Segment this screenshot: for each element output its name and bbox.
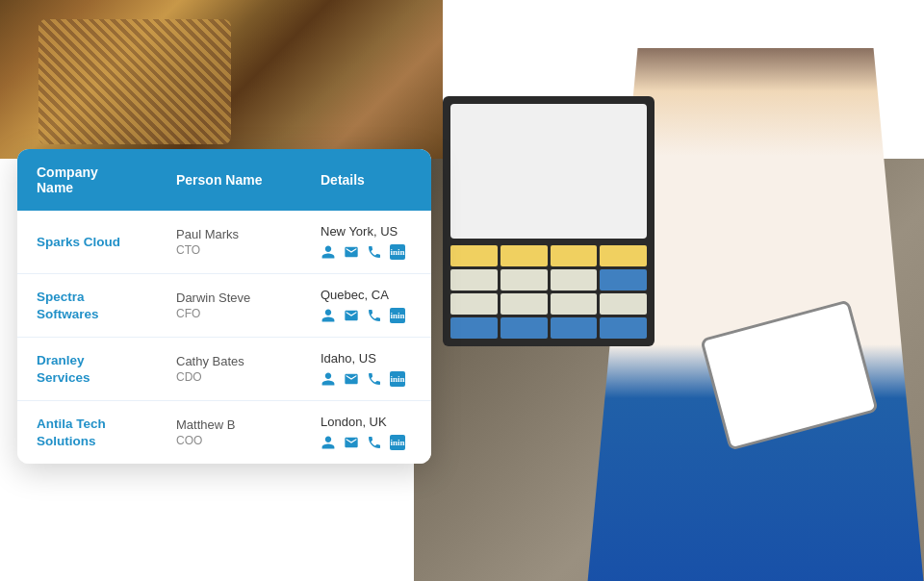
icons-row-1: in bbox=[321, 244, 412, 260]
cell-details-2: Quebec, CA in bbox=[301, 288, 431, 323]
header-person: Person Name bbox=[157, 157, 301, 203]
pos-terminal bbox=[443, 96, 654, 346]
phone-icon-2[interactable] bbox=[367, 308, 382, 323]
email-icon-2[interactable] bbox=[344, 308, 359, 323]
phone-icon-4[interactable] bbox=[367, 435, 382, 450]
icons-row-4: in bbox=[321, 435, 412, 450]
cell-company-4: Antila Tech Solutions bbox=[17, 416, 157, 449]
location-2: Quebec, CA bbox=[321, 288, 412, 302]
icons-row-3: in bbox=[321, 371, 412, 387]
cell-company-3: Dranley Services bbox=[17, 352, 157, 386]
phone-icon-1[interactable] bbox=[367, 244, 382, 260]
person-title-2: CFO bbox=[176, 307, 282, 320]
person-name-1: Paul Marks bbox=[176, 227, 282, 241]
linkedin-icon-3[interactable]: in bbox=[390, 371, 405, 387]
table-row: Dranley Services Cathy Bates CDO Idaho, … bbox=[17, 338, 431, 401]
pos-screen bbox=[450, 104, 647, 239]
table-row: Antila Tech Solutions Matthew B COO Lond… bbox=[17, 401, 431, 464]
email-icon-1[interactable] bbox=[344, 244, 359, 260]
table-row: Spectra Softwares Darwin Steve CFO Quebe… bbox=[17, 274, 431, 338]
location-3: Idaho, US bbox=[321, 351, 412, 366]
company-name-3[interactable]: Dranley Services bbox=[37, 352, 138, 386]
person-title-1: CTO bbox=[176, 243, 282, 257]
cell-details-4: London, UK in bbox=[301, 415, 431, 450]
cell-person-3: Cathy Bates CDO bbox=[157, 354, 301, 384]
person-name-2: Darwin Steve bbox=[176, 290, 282, 305]
cell-person-2: Darwin Steve CFO bbox=[157, 290, 301, 320]
header-company: Company Name bbox=[17, 149, 157, 211]
table-row: Sparks Cloud Paul Marks CTO New York, US… bbox=[17, 211, 431, 274]
pos-buttons bbox=[450, 245, 647, 339]
table-header: Company Name Person Name Details bbox=[17, 149, 431, 211]
cell-person-4: Matthew B COO bbox=[157, 417, 301, 447]
linkedin-icon-1[interactable]: in bbox=[390, 244, 405, 260]
cell-person-1: Paul Marks CTO bbox=[157, 227, 301, 257]
icons-row-2: in bbox=[321, 308, 412, 323]
company-name-4[interactable]: Antila Tech Solutions bbox=[37, 416, 138, 449]
cell-company-1: Sparks Cloud bbox=[17, 234, 157, 251]
location-1: New York, US bbox=[321, 224, 412, 239]
email-icon-3[interactable] bbox=[344, 371, 359, 387]
location-4: London, UK bbox=[321, 415, 412, 429]
email-icon-4[interactable] bbox=[344, 435, 359, 450]
person-icon-1[interactable] bbox=[321, 244, 336, 260]
cell-details-1: New York, US in bbox=[301, 224, 431, 260]
person-title-4: COO bbox=[176, 434, 282, 447]
person-icon-4[interactable] bbox=[321, 435, 336, 450]
header-details: Details bbox=[301, 157, 431, 203]
company-name-2[interactable]: Spectra Softwares bbox=[37, 289, 138, 322]
person-icon-2[interactable] bbox=[321, 308, 336, 323]
cell-company-2: Spectra Softwares bbox=[17, 289, 157, 322]
company-name-1[interactable]: Sparks Cloud bbox=[37, 234, 138, 251]
cell-details-3: Idaho, US in bbox=[301, 351, 431, 387]
person-icon-3[interactable] bbox=[321, 371, 336, 387]
person-name-3: Cathy Bates bbox=[176, 354, 282, 368]
person-title-3: CDO bbox=[176, 370, 282, 384]
basket-bg bbox=[38, 19, 231, 144]
linkedin-icon-2[interactable]: in bbox=[390, 308, 405, 323]
phone-icon-3[interactable] bbox=[367, 371, 382, 387]
linkedin-icon-4[interactable]: in bbox=[390, 435, 405, 450]
person-name-4: Matthew B bbox=[176, 417, 282, 432]
main-card: Company Name Person Name Details Sparks … bbox=[17, 149, 431, 464]
